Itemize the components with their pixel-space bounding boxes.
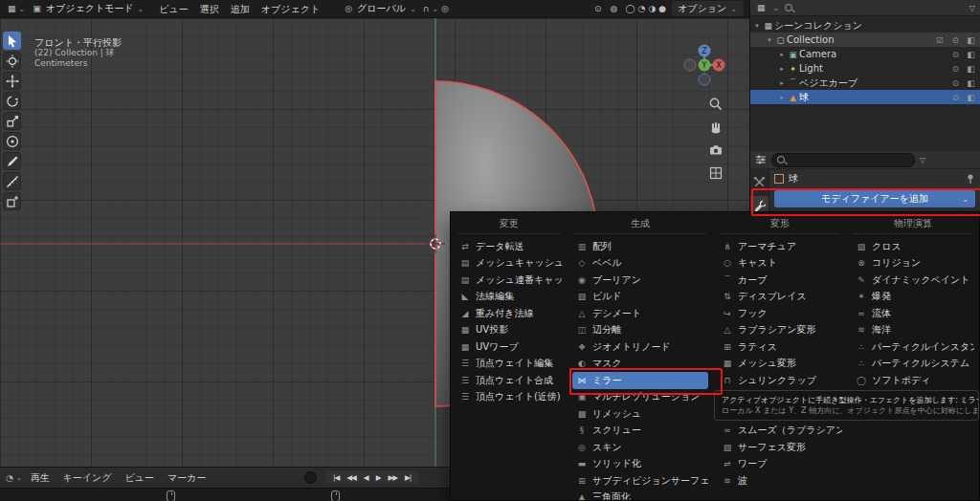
outliner-row[interactable]: ▾ ▦ シーンコレクション [750,18,980,33]
autokey-record-button[interactable] [304,471,317,484]
outliner-row[interactable]: ▸ ✦ Light ⊙ ◧ [750,61,980,76]
timeline-menu[interactable]: キーイング [56,471,119,485]
modifier-menu-item[interactable]: ◎ スキン [572,439,708,456]
move-tool-button[interactable] [3,72,21,90]
zoom-icon[interactable] [708,97,724,112]
transport-button[interactable]: ▶▶ [385,473,400,482]
add-primitive-tool-button[interactable] [3,192,21,210]
modifier-menu-item[interactable]: △ デシメート [572,305,708,322]
cursor-tool-button[interactable] [3,52,21,70]
axis-minus-x[interactable] [684,59,696,71]
transport-button[interactable]: ◀ [361,473,371,482]
rotate-tool-button[interactable] [3,92,21,110]
render-visibility-icon[interactable]: ◧ [965,35,977,45]
ortho-grid-icon[interactable] [708,165,724,181]
modifier-menu-item[interactable]: ▤ メッシュ連番キャッシュ [456,272,563,289]
tab-tool[interactable] [750,173,768,191]
topbar-menu[interactable]: ビュー [153,0,193,18]
disclosure-triangle-icon[interactable]: ▾ [752,22,762,30]
modifier-menu-item[interactable]: ⌒ カーブ [718,272,842,289]
modifier-menu-item[interactable]: ▨ クロス [852,238,974,255]
transport-button[interactable]: ▶ [373,473,384,482]
timeline-menu[interactable]: 再生 [24,471,56,485]
topbar-menu[interactable]: 選択 [194,0,225,18]
transform-orientation-dropdown[interactable]: ◎ グローバル ⌄ [339,2,421,15]
render-visibility-icon[interactable]: ◧ [965,64,977,74]
modifier-menu-item[interactable]: ↪ フック [718,305,842,322]
modifier-menu-item[interactable]: ☰ 頂点ウェイト(近傍) [456,389,563,406]
modifier-menu-item[interactable]: ✎ ダイナミックペイント [852,272,974,289]
disclosure-triangle-icon[interactable]: ▸ [777,65,787,73]
modifier-menu-item[interactable]: ◣ 法線編集 [456,289,563,306]
modifier-menu-item[interactable]: ≋ 波 [718,472,842,490]
mode-selector[interactable]: ▣ オブジェクトモード ⌄ [26,1,149,16]
disclosure-triangle-icon[interactable]: ▸ [777,51,787,58]
modifier-menu-item[interactable]: ❖ ジオメトリノード [572,338,708,356]
modifier-menu-item[interactable]: ⇄ データ転送 [456,238,563,255]
render-visibility-icon[interactable]: ◧ [965,93,977,102]
modifier-menu-item[interactable]: ▦ UV投影 [456,322,563,339]
modifier-menu-item[interactable]: ▦ メッシュ変形 [718,356,842,373]
transport-button[interactable]: ▶| [402,473,413,482]
modifier-menu-item[interactable]: ≈ スムーズ（ラプラシアン） [718,423,842,440]
render-visibility-icon[interactable]: ◧ [965,50,977,59]
measure-tool-button[interactable] [3,172,21,190]
select-tool-button[interactable] [3,32,21,50]
eye-visibility-icon[interactable]: ⊙ [949,35,962,45]
shading-mode-icon[interactable]: ◑ [648,4,656,13]
eye-visibility-icon[interactable]: ⊙ [949,64,962,74]
modifier-menu-item[interactable]: ▲ 三角面化 [572,490,708,501]
scale-tool-button[interactable] [3,112,21,130]
eye-visibility-icon[interactable]: ⊙ [949,78,962,88]
editor-type-caret-icon[interactable]: ⌄ [18,5,27,13]
eye-visibility-icon[interactable]: ⊙ [949,93,962,102]
annotate-tool-button[interactable] [3,152,21,170]
proportional-editing-icon[interactable]: ◎ [439,4,451,13]
shading-mode-icon[interactable]: ◯ [625,4,635,13]
modifier-menu-item[interactable]: ⊓ シュリンクラップ [718,372,842,389]
properties-search-box[interactable] [771,153,915,167]
outliner-row[interactable]: ▸ ▣ Camera ⊙ ◧ [750,47,980,61]
timeline-menu[interactable]: ビュー [119,471,161,485]
disclosure-triangle-icon[interactable]: ▸ [777,94,787,101]
search-input[interactable] [789,154,909,165]
modifier-menu-item[interactable]: ◢ 重み付き法線 [456,305,563,322]
outliner-caret-icon[interactable]: ⌄ [772,4,781,12]
outliner-row[interactable]: ▸ ⌒ ベジエカーブ ⊙ ◧ [750,76,980,90]
pin-icon[interactable] [966,173,975,185]
outliner-filter-icon[interactable]: ▽ [969,4,975,12]
topbar-menu[interactable]: 追加 [225,0,256,18]
modifier-menu-item[interactable]: ◫ 辺分離 [572,322,708,339]
camera-view-icon[interactable] [708,142,724,158]
modifier-menu-item[interactable]: ◇ ベベル [572,255,708,272]
snap-magnet-icon[interactable]: ∩ [421,4,432,13]
modifier-menu-item[interactable]: ≈ 流体 [852,305,974,322]
eye-visibility-icon[interactable]: ⊙ [949,50,962,59]
modifier-menu-item[interactable]: ✶ 爆発 [852,289,974,306]
editor-type-icon[interactable]: ▦ [6,4,18,13]
transport-button[interactable]: |◀ [330,473,342,482]
modifier-menu-item[interactable]: ⊗ コリジョン [852,255,974,272]
modifier-menu-item[interactable]: ⋔ アーマチュア [718,238,842,255]
modifier-menu-item[interactable]: ▤ メッシュキャッシュ [456,255,563,272]
options-dropdown[interactable]: オプション ⌄ [672,1,744,16]
modifier-menu-item[interactable]: ◉ ブーリアン [572,272,708,289]
modifier-menu-item[interactable]: ▦ UVワープ [456,338,563,356]
modifier-menu-item[interactable]: ∴ パーティクルインスタンス [852,338,974,356]
outliner-row[interactable]: ▾ ▢ Collection ☑ ⊙ ◧ [750,33,980,47]
overlay-toggle-icon[interactable]: ◍ [609,4,620,13]
transform-tool-button[interactable] [3,132,21,150]
topbar-menu[interactable]: オブジェクト [256,0,325,18]
shading-mode-icon[interactable]: ◔ [638,4,646,13]
disclosure-triangle-icon[interactable]: ▸ [777,79,787,87]
modifier-menu-item[interactable]: ☰ 頂点ウェイト編集 [456,356,563,373]
modifier-menu-item[interactable]: ◯ ソフトボディ [852,372,974,389]
modifier-menu-item[interactable]: ⋈ ミラー [572,372,708,389]
modifier-menu-item[interactable]: ☰ 頂点ウェイト合成 [456,372,563,389]
overlay-toggle-icon[interactable]: ⊙ [592,4,604,13]
modifier-menu-item[interactable]: § スクリュー [572,423,708,440]
disclosure-triangle-icon[interactable]: ▾ [765,36,774,44]
modifier-menu-item[interactable]: ⇅ ディスプレイス [718,289,842,306]
modifier-menu-item[interactable]: ⊞ ラティス [718,338,842,356]
outliner-editor-icon[interactable]: ▦ [755,3,768,12]
